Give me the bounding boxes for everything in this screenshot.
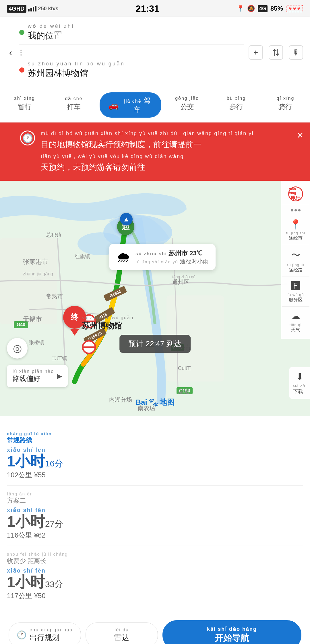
cloud-icon: ☁ — [291, 311, 300, 322]
origin-dot — [19, 30, 24, 35]
tab-gongjiao-pinyin: gōng jiāo — [175, 96, 199, 101]
tab-jiache[interactable]: 🚗 jià chē 驾车 — [100, 92, 161, 118]
route-time-1: xiǎo shí fēn 1小时16分 — [7, 447, 303, 469]
origin-row[interactable]: wǒ de wèi zhì 我的位置 — [19, 23, 244, 45]
route-preference-button[interactable]: lù xiàn piān hào 路线偏好 ▶ — [7, 365, 68, 387]
alert-pinyin1: mù dì dì bó wù guǎn xiàn shí xíng yù yuē… — [41, 129, 293, 138]
map-container[interactable]: G40 G15 G150 G1504 G15 G15P10 张家港市 zhāng… — [0, 181, 310, 416]
route-time-3-pinyin: xiǎo shí fēn — [7, 568, 303, 573]
dest-name-text: 苏州博物馆 — [82, 320, 133, 331]
download-button[interactable]: ⬇ xià zǎi 下载 — [289, 367, 310, 399]
location-pin-icon: 📍 — [290, 219, 301, 230]
dest-name-label: sū zhōu bó wù guǎn 苏州博物馆 — [82, 315, 133, 331]
back-button[interactable]: ‹ — [7, 45, 15, 60]
eta-card: 预计 22:47 到达 — [119, 335, 191, 353]
route-time-1-pinyin: xiǎo shí fēn — [7, 447, 303, 453]
trip-plan-button[interactable]: 🕐 chū xíng guī huà 出行规划 — [9, 622, 81, 644]
clock-icon-bottom: 🕐 — [17, 630, 27, 640]
connector — [19, 48, 244, 57]
car-icon: 🚗 — [108, 100, 119, 110]
my-location-button[interactable]: ◎ — [7, 338, 28, 359]
origin-input[interactable]: wǒ de wèi zhì 我的位置 — [28, 23, 244, 42]
route-time-1-h: 1小时 — [7, 453, 45, 470]
svg-text:总积镇: 总积镇 — [46, 232, 61, 238]
dest-label: 终 — [71, 312, 79, 323]
waypoint-city-text: 途经市 — [289, 236, 303, 240]
nav-btn-label: 开始导航 — [215, 633, 249, 643]
weather-info: sū zhōu shì 苏州市 23℃ tú jīng shí xiǎo yǔ … — [135, 249, 209, 265]
tab-gongjiao-label: 公交 — [180, 102, 194, 111]
route-time-3-h: 1小时 — [7, 574, 45, 590]
bottom-action-bar: 🕐 chū xíng guī huà 出行规划 léi dá 雷达 kāi sh… — [0, 613, 310, 644]
route-tag-3-text: 收费少 距离长 — [7, 557, 46, 565]
tab-zhixing-pinyin: zhì xíng — [14, 96, 35, 101]
waypoint-city-button[interactable]: 📍 tú jīng shì 途经市 — [282, 215, 309, 245]
clock-symbol: 🕐 — [22, 133, 33, 143]
sim-badge: 4G — [258, 5, 268, 12]
waypoint-road-button[interactable]: 〜 tú jīng lù 途经路 — [282, 246, 309, 277]
svg-text:tōng zhōu qū: tōng zhōu qū — [172, 275, 195, 279]
bell-icon: 🔕 — [247, 5, 255, 12]
weather-desc-pinyin: tú jīng shí xiǎo yǔ — [135, 260, 178, 264]
dest-input[interactable]: sū zhōu yuán lín bó wù guǎn 苏州园林博物馆 — [28, 61, 244, 79]
svg-text:玉庄镇: 玉庄镇 — [52, 355, 67, 361]
weather-btn-text: 天气 — [291, 327, 300, 332]
weather-desc-text: 途径时小雨 — [180, 258, 209, 264]
tab-zhixing[interactable]: zhì xíng 智行 — [0, 92, 49, 118]
svg-text:通州区: 通州区 — [172, 279, 189, 285]
baidu-text-blue: Bai — [135, 398, 147, 407]
dest-row[interactable]: sū zhōu yuán lín bó wù guǎn 苏州园林博物馆 — [19, 61, 244, 82]
add-waypoint-button[interactable]: + — [249, 45, 263, 60]
location-icon: 📍 — [237, 5, 244, 12]
plan-pinyin: chū xíng guī huà — [30, 627, 73, 633]
limit-pinyin: xiàn xíng — [289, 187, 302, 195]
battery-icon: ♥ ♥ ♥ — [286, 5, 303, 12]
dest-text: 苏州园林博物馆 — [28, 68, 88, 78]
service-area-pinyin: fú wù qū — [287, 293, 304, 297]
voice-button[interactable]: 🎙 — [289, 45, 303, 60]
radar-button[interactable]: léi dá 雷达 — [86, 622, 158, 644]
svg-text:嘉定: 嘉定 — [178, 388, 189, 394]
svg-text:zhāng jiā gǎng: zhāng jiā gǎng — [23, 271, 53, 276]
svg-text:张家港市: 张家港市 — [23, 258, 48, 265]
route-tag-main-1: cháng guī lù xiàn 常规路线 — [7, 431, 52, 445]
route-detail-1: 102公里 ¥55 — [7, 470, 303, 480]
svg-text:内湖分场: 内湖分场 — [109, 396, 132, 403]
route-option-2[interactable]: fāng àn èr 方案二 xiǎo shí fēn 1小时27分 116公里… — [7, 486, 303, 546]
limit-text: 限行 — [291, 195, 300, 201]
waypoint-road-text: 途经路 — [289, 267, 303, 272]
route-header: ‹ wǒ de wèi zhì 我的位置 sū zhōu yuán lín bó… — [0, 17, 310, 88]
origin-pinyin: wǒ de wèi zhì — [28, 23, 244, 29]
alert-close-button[interactable]: × — [297, 129, 303, 141]
route-option-3-info: shōu fèi shǎo jù lí cháng 收费少 距离长 xiǎo s… — [7, 552, 303, 600]
service-area-button[interactable]: 🅿 fú wù qū 服务区 — [282, 277, 309, 307]
tab-dache[interactable]: dǎ chē 打车 — [49, 92, 98, 118]
network-type: 4GHD — [7, 5, 26, 13]
tab-zhixing-label: 智行 — [18, 102, 32, 111]
route-time-3: xiǎo shí fēn 1小时33分 — [7, 568, 303, 589]
more-options[interactable] — [291, 206, 301, 215]
alert-line1: 目的地博物馆现实行预约制度，前往请提前一 — [41, 140, 202, 149]
route-tag-3-pinyin: shōu fèi shǎo jù lí cháng — [7, 552, 68, 557]
route-time-2-m: 27分 — [45, 519, 63, 528]
weather-city-pinyin: sū zhōu shì — [135, 251, 167, 256]
tab-qixing-label: 骑行 — [278, 102, 292, 111]
alert-line2: 天预约，未预约游客请勿前往 — [41, 163, 145, 172]
plan-label: 出行规划 — [30, 633, 59, 642]
alert-banner: 🕐 mù dì dì bó wù guǎn xiàn shí xíng yù y… — [0, 122, 310, 181]
start-navigation-button[interactable]: kāi shǐ dǎo háng 开始导航 — [162, 620, 301, 644]
dest-name-pinyin: sū zhōu bó wù guǎn — [82, 315, 133, 320]
tab-qixing-pinyin: qí xíng — [276, 96, 294, 101]
weather-btn-pinyin: tiān qì — [290, 323, 302, 327]
download-pinyin: xià zǎi — [293, 383, 307, 388]
swap-routes-button[interactable]: ⇅ — [269, 45, 283, 60]
tab-gongjiao[interactable]: gōng jiāo 公交 — [162, 92, 212, 118]
tab-buxing[interactable]: bù xíng 步行 — [212, 92, 261, 118]
restrict-button[interactable]: xiàn xíng 限行 — [282, 183, 309, 205]
baidu-logo: Bai 🐾 地图 — [135, 397, 174, 407]
route-option-1[interactable]: cháng guī lù xiàn 常规路线 xiǎo shí fēn 1小时1… — [7, 425, 303, 486]
tab-qixing[interactable]: qí xíng 骑行 — [261, 92, 310, 118]
weather-button[interactable]: ☁ tiān qì 天气 — [282, 307, 309, 336]
route-option-3[interactable]: shōu fèi shǎo jù lí cháng 收费少 距离长 xiǎo s… — [7, 546, 303, 606]
route-time-3-m: 33分 — [45, 579, 63, 589]
